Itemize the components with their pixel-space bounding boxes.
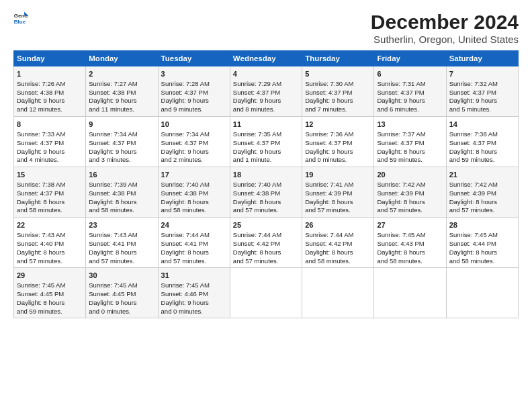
day-number: 19 xyxy=(305,170,371,180)
day-number: 26 xyxy=(305,220,371,230)
calendar-table: SundayMondayTuesdayWednesdayThursdayFrid… xyxy=(13,50,519,318)
calendar-cell xyxy=(230,268,302,318)
calendar-cell: 22Sunrise: 7:43 AMSunset: 4:40 PMDayligh… xyxy=(14,218,86,268)
day-number: 12 xyxy=(305,120,371,130)
calendar-cell: 28Sunrise: 7:45 AMSunset: 4:44 PMDayligh… xyxy=(446,218,518,268)
day-number: 14 xyxy=(449,120,515,130)
day-number: 28 xyxy=(449,220,515,230)
calendar-cell: 31Sunrise: 7:45 AMSunset: 4:46 PMDayligh… xyxy=(158,268,230,318)
day-number: 29 xyxy=(17,271,83,281)
main-title: December 2024 xyxy=(371,11,519,34)
subtitle: Sutherlin, Oregon, United States xyxy=(371,34,519,45)
day-number: 22 xyxy=(17,220,83,230)
column-header-saturday: Saturday xyxy=(446,51,518,66)
calendar-cell xyxy=(446,268,518,318)
day-number: 1 xyxy=(17,69,83,79)
calendar-cell: 16Sunrise: 7:39 AMSunset: 4:38 PMDayligh… xyxy=(86,167,158,218)
day-number: 23 xyxy=(89,220,154,230)
calendar-cell: 13Sunrise: 7:37 AMSunset: 4:37 PMDayligh… xyxy=(374,117,446,167)
day-number: 13 xyxy=(377,120,443,130)
calendar-cell: 18Sunrise: 7:40 AMSunset: 4:38 PMDayligh… xyxy=(230,167,302,218)
day-number: 27 xyxy=(377,220,443,230)
column-header-friday: Friday xyxy=(374,51,446,66)
logo-icon: General Blue xyxy=(13,11,28,26)
calendar-cell: 27Sunrise: 7:45 AMSunset: 4:43 PMDayligh… xyxy=(374,218,446,268)
calendar-cell: 9Sunrise: 7:34 AMSunset: 4:37 PMDaylight… xyxy=(86,117,158,167)
calendar-cell: 11Sunrise: 7:35 AMSunset: 4:37 PMDayligh… xyxy=(230,117,302,167)
calendar-cell: 12Sunrise: 7:36 AMSunset: 4:37 PMDayligh… xyxy=(302,117,374,167)
calendar-cell xyxy=(302,268,374,318)
day-number: 10 xyxy=(161,120,227,130)
calendar-page: General Blue December 2024 Sutherlin, Or… xyxy=(0,0,532,411)
calendar-row: 29Sunrise: 7:45 AMSunset: 4:45 PMDayligh… xyxy=(14,268,519,318)
column-header-monday: Monday xyxy=(86,51,158,66)
day-number: 30 xyxy=(89,271,154,281)
day-number: 6 xyxy=(377,69,443,79)
day-number: 9 xyxy=(89,120,154,130)
day-number: 16 xyxy=(89,170,154,180)
column-header-thursday: Thursday xyxy=(302,51,374,66)
calendar-body: 1Sunrise: 7:26 AMSunset: 4:38 PMDaylight… xyxy=(14,66,519,318)
calendar-cell: 30Sunrise: 7:45 AMSunset: 4:45 PMDayligh… xyxy=(86,268,158,318)
day-number: 3 xyxy=(161,69,227,79)
calendar-cell: 23Sunrise: 7:43 AMSunset: 4:41 PMDayligh… xyxy=(86,218,158,268)
calendar-cell: 15Sunrise: 7:38 AMSunset: 4:37 PMDayligh… xyxy=(14,167,86,218)
header: General Blue December 2024 Sutherlin, Or… xyxy=(13,11,519,45)
day-number: 20 xyxy=(377,170,443,180)
day-number: 25 xyxy=(233,220,299,230)
calendar-row: 22Sunrise: 7:43 AMSunset: 4:40 PMDayligh… xyxy=(14,218,519,268)
calendar-row: 1Sunrise: 7:26 AMSunset: 4:38 PMDaylight… xyxy=(14,66,519,117)
calendar-cell: 5Sunrise: 7:30 AMSunset: 4:37 PMDaylight… xyxy=(302,66,374,117)
calendar-cell: 21Sunrise: 7:42 AMSunset: 4:39 PMDayligh… xyxy=(446,167,518,218)
day-number: 15 xyxy=(17,170,83,180)
svg-text:Blue: Blue xyxy=(14,19,26,25)
day-number: 4 xyxy=(233,69,299,79)
calendar-cell: 20Sunrise: 7:42 AMSunset: 4:39 PMDayligh… xyxy=(374,167,446,218)
day-number: 11 xyxy=(233,120,299,130)
calendar-cell: 10Sunrise: 7:34 AMSunset: 4:37 PMDayligh… xyxy=(158,117,230,167)
logo: General Blue xyxy=(13,11,28,26)
calendar-cell: 4Sunrise: 7:29 AMSunset: 4:37 PMDaylight… xyxy=(230,66,302,117)
calendar-cell: 24Sunrise: 7:44 AMSunset: 4:41 PMDayligh… xyxy=(158,218,230,268)
day-number: 24 xyxy=(161,220,227,230)
calendar-cell: 2Sunrise: 7:27 AMSunset: 4:38 PMDaylight… xyxy=(86,66,158,117)
calendar-header-row: SundayMondayTuesdayWednesdayThursdayFrid… xyxy=(14,51,519,66)
column-header-wednesday: Wednesday xyxy=(230,51,302,66)
calendar-cell: 25Sunrise: 7:44 AMSunset: 4:42 PMDayligh… xyxy=(230,218,302,268)
calendar-cell xyxy=(374,268,446,318)
day-number: 8 xyxy=(17,120,83,130)
calendar-row: 15Sunrise: 7:38 AMSunset: 4:37 PMDayligh… xyxy=(14,167,519,218)
calendar-cell: 7Sunrise: 7:32 AMSunset: 4:37 PMDaylight… xyxy=(446,66,518,117)
title-block: December 2024 Sutherlin, Oregon, United … xyxy=(371,11,519,45)
calendar-cell: 17Sunrise: 7:40 AMSunset: 4:38 PMDayligh… xyxy=(158,167,230,218)
calendar-cell: 8Sunrise: 7:33 AMSunset: 4:37 PMDaylight… xyxy=(14,117,86,167)
calendar-cell: 1Sunrise: 7:26 AMSunset: 4:38 PMDaylight… xyxy=(14,66,86,117)
calendar-cell: 29Sunrise: 7:45 AMSunset: 4:45 PMDayligh… xyxy=(14,268,86,318)
calendar-cell: 14Sunrise: 7:38 AMSunset: 4:37 PMDayligh… xyxy=(446,117,518,167)
day-number: 18 xyxy=(233,170,299,180)
day-number: 2 xyxy=(89,69,154,79)
day-number: 21 xyxy=(449,170,515,180)
day-number: 7 xyxy=(449,69,515,79)
calendar-cell: 19Sunrise: 7:41 AMSunset: 4:39 PMDayligh… xyxy=(302,167,374,218)
column-header-tuesday: Tuesday xyxy=(158,51,230,66)
calendar-row: 8Sunrise: 7:33 AMSunset: 4:37 PMDaylight… xyxy=(14,117,519,167)
calendar-cell: 6Sunrise: 7:31 AMSunset: 4:37 PMDaylight… xyxy=(374,66,446,117)
day-number: 17 xyxy=(161,170,227,180)
day-number: 5 xyxy=(305,69,371,79)
column-header-sunday: Sunday xyxy=(14,51,86,66)
calendar-cell: 3Sunrise: 7:28 AMSunset: 4:37 PMDaylight… xyxy=(158,66,230,117)
calendar-cell: 26Sunrise: 7:44 AMSunset: 4:42 PMDayligh… xyxy=(302,218,374,268)
day-number: 31 xyxy=(161,271,227,281)
